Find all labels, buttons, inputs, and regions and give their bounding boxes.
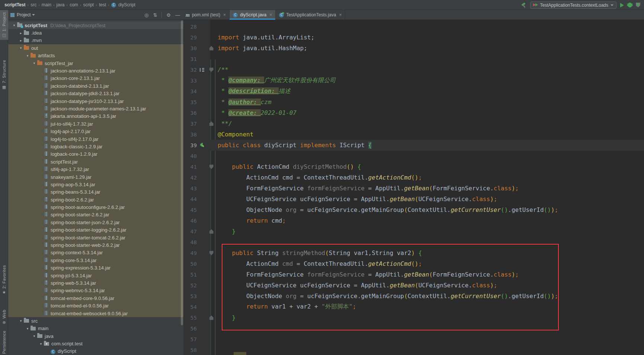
line-number[interactable]: 52 — [183, 283, 199, 288]
breadcrumb-item-class[interactable]: diyScript — [118, 2, 135, 7]
code-line-30[interactable]: 30import java.util.HashMap; — [183, 43, 644, 54]
gutter-list-icon[interactable] — [199, 66, 205, 73]
tool-button-2-Favorites[interactable]: 2: Favorites★ — [0, 263, 8, 297]
tree-row-scriptTest[interactable]: ▾scriptTestD:\Idea_Project\scriptTest — [8, 22, 183, 29]
code-line-58[interactable]: 58 — [183, 345, 644, 355]
tree-row-slf4j-api-1-7-32-jar[interactable]: slf4j-api-1.7.32.jar — [8, 165, 183, 173]
close-icon[interactable]: × — [269, 12, 272, 17]
code-line-45[interactable]: 45 ObjectNode org = ucFeignService.getMa… — [183, 204, 644, 215]
hide-panel-icon[interactable]: — — [175, 12, 180, 18]
breadcrumb-item-test[interactable]: test — [99, 2, 106, 7]
chevron-expanded-icon[interactable]: ▾ — [18, 46, 24, 50]
breadcrumb-item-script[interactable]: script — [83, 2, 94, 7]
tree-row-scriptTest-jar[interactable]: ▾scriptTest_jar — [8, 59, 183, 67]
code-line-40[interactable]: 40 — [183, 151, 644, 161]
tree-row-jackson-datatype-jsr310-2-13-1-jar[interactable]: jackson-datatype-jsr310-2.13.1.jar — [8, 97, 183, 105]
tree-row-spring-boot-starter-2-6-2-jar[interactable]: spring-boot-starter-2.6.2.jar — [8, 211, 183, 219]
project-scrollbar[interactable] — [181, 20, 183, 325]
tree-row-spring-web-5-3-14-jar[interactable]: spring-web-5.3.14.jar — [8, 279, 183, 287]
line-number[interactable]: 45 — [183, 207, 199, 213]
tree-row-com-script-test[interactable]: ▾com.script.test — [8, 340, 183, 347]
code-line-37[interactable]: 37 **/ — [183, 118, 644, 129]
tree-row--mvn[interactable]: ▸.mvn — [8, 37, 183, 44]
build-hammer-icon[interactable] — [521, 3, 526, 8]
debug-icon[interactable] — [628, 3, 632, 7]
chevron-collapsed-icon[interactable]: ▸ — [18, 31, 24, 35]
code-line-46[interactable]: 46 return cmd; — [183, 215, 644, 226]
tree-row-jackson-module-parameter-names-2-13-1-jar[interactable]: jackson-module-parameter-names-2.13.1.ja… — [8, 105, 183, 112]
locate-icon[interactable]: ◎ — [144, 12, 148, 18]
line-number[interactable]: 58 — [183, 347, 199, 353]
tree-row-spring-boot-2-6-2-jar[interactable]: spring-boot-2.6.2.jar — [8, 196, 183, 203]
code-line-38[interactable]: 38@Component — [183, 129, 644, 140]
line-number[interactable]: 36 — [183, 110, 199, 116]
tree-row-log4j-to-slf4j-2-17-0-jar[interactable]: log4j-to-slf4j-2.17.0.jar — [8, 135, 183, 143]
fold-open-icon[interactable] — [209, 165, 214, 169]
code-line-56[interactable]: 56 — [183, 323, 644, 334]
tool-button-1-Project[interactable]: 1: Project◫ — [0, 10, 8, 40]
fold-marker[interactable] — [205, 46, 218, 51]
code-editor[interactable]: 2829import java.util.ArrayList;30import … — [183, 20, 644, 355]
line-number[interactable]: 54 — [183, 304, 199, 310]
tree-row-jackson-datatype-jdk8-2-13-1-jar[interactable]: jackson-datatype-jdk8-2.13.1.jar — [8, 90, 183, 97]
tree-row-snakeyaml-1-29-jar[interactable]: snakeyaml-1.29.jar — [8, 173, 183, 181]
tree-row-jackson-databind-2-13-1-jar[interactable]: jackson-databind-2.13.1.jar — [8, 82, 183, 90]
tree-row--idea[interactable]: ▸.idea — [8, 29, 183, 36]
line-number[interactable]: 39 — [183, 142, 199, 148]
fold-close-icon[interactable] — [209, 229, 214, 234]
code-line-35[interactable]: 35 * @author: czm — [183, 97, 644, 107]
tree-row-jackson-core-2-13-1-jar[interactable]: jackson-core-2.13.1.jar — [8, 75, 183, 82]
tree-row-spring-expression-5-3-14-jar[interactable]: spring-expression-5.3.14.jar — [8, 264, 183, 272]
code-line-29[interactable]: 29import java.util.ArrayList; — [183, 32, 644, 43]
tree-row-spring-core-5-3-14-jar[interactable]: spring-core-5.3.14.jar — [8, 256, 183, 264]
line-number[interactable]: 41 — [183, 164, 199, 170]
tree-row-diyScript[interactable]: CdiyScript — [8, 348, 183, 355]
code-line-41[interactable]: 41 public ActionCmd diyScriptMethod() { — [183, 161, 644, 172]
chevron-expanded-icon[interactable]: ▾ — [31, 61, 37, 65]
tree-row-spring-context-5-3-14-jar[interactable]: spring-context-5.3.14.jar — [8, 249, 183, 256]
line-number[interactable]: 43 — [183, 185, 199, 191]
fold-marker[interactable] — [205, 68, 218, 72]
settings-icon[interactable]: ⚙ — [166, 12, 171, 18]
tree-row-scriptTest-jar[interactable]: scriptTest.jar — [8, 158, 183, 165]
chevron-down-icon[interactable] — [32, 14, 35, 16]
chevron-expanded-icon[interactable]: ▾ — [18, 319, 24, 323]
code-line-28[interactable]: 28 — [183, 21, 644, 32]
breadcrumb-item-com[interactable]: com — [70, 2, 78, 7]
code-line-57[interactable]: 57 — [183, 334, 644, 345]
line-number[interactable]: 33 — [183, 78, 199, 84]
tree-row-main[interactable]: ▾main — [8, 325, 183, 332]
close-icon[interactable]: × — [339, 12, 342, 17]
line-number[interactable]: 38 — [183, 132, 199, 138]
code-line-47[interactable]: 47 } — [183, 226, 644, 237]
code-line-48[interactable]: 48 — [183, 237, 644, 248]
run-configuration-select[interactable]: TestApplicationTests.contextLoads — [530, 1, 616, 9]
tree-row-spring-webmvc-5-3-14-jar[interactable]: spring-webmvc-5.3.14.jar — [8, 287, 183, 294]
project-panel-title[interactable]: Project — [17, 12, 31, 17]
coverage-icon[interactable] — [636, 3, 640, 7]
fold-close-icon[interactable] — [209, 316, 214, 320]
fold-marker[interactable] — [205, 316, 218, 320]
breadcrumb-item-main[interactable]: main — [42, 2, 51, 7]
tree-row-spring-boot-starter-tomcat-2-6-2-jar[interactable]: spring-boot-starter-tomcat-2.6.2.jar — [8, 234, 183, 241]
tree-row-java[interactable]: ▾java — [8, 332, 183, 340]
tool-button-7-Structure[interactable]: 7: Structure▦ — [0, 58, 8, 92]
line-number[interactable]: 42 — [183, 175, 199, 181]
code-line-51[interactable]: 51 FormFeignService formFeignService = A… — [183, 269, 644, 280]
tree-row-tomcat-embed-el-9-0-56-jar[interactable]: tomcat-embed-el-9.0.56.jar — [8, 302, 183, 309]
tree-row-artifacts[interactable]: ▾artifacts — [8, 52, 183, 59]
code-line-52[interactable]: 52 UCFeignService ucFeignService = AppUt… — [183, 280, 644, 291]
tool-button-Persistence[interactable]: Persistence▤ — [0, 328, 8, 355]
line-number[interactable]: 47 — [183, 229, 199, 235]
tree-row-spring-aop-5-3-14-jar[interactable]: spring-aop-5.3.14.jar — [8, 181, 183, 188]
fold-marker[interactable] — [205, 165, 218, 169]
editor-tab-diyScript-java[interactable]: CdiyScript.java× — [230, 10, 276, 20]
tree-row-jackson-annotations-2-13-1-jar[interactable]: jackson-annotations-2.13.1.jar — [8, 67, 183, 74]
line-number[interactable]: 29 — [183, 35, 199, 41]
breadcrumb-item-java[interactable]: java — [57, 2, 65, 7]
line-number[interactable]: 30 — [183, 45, 199, 51]
code-line-49[interactable]: 49 public String stringMethod(String var… — [183, 248, 644, 258]
fold-marker[interactable] — [205, 122, 218, 126]
chevron-collapsed-icon[interactable]: ▸ — [18, 39, 24, 42]
tree-row-spring-boot-starter-json-2-6-2-jar[interactable]: spring-boot-starter-json-2.6.2.jar — [8, 219, 183, 226]
